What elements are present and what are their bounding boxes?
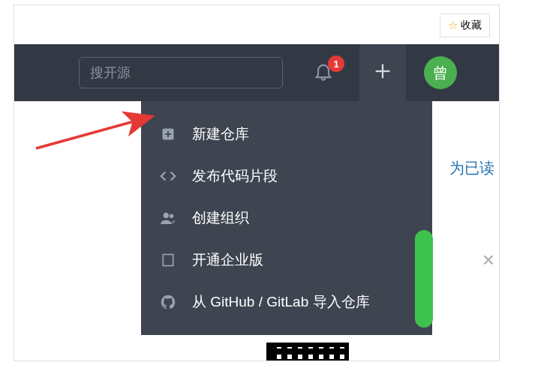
svg-rect-7 xyxy=(163,255,173,266)
menu-item-label: 新建仓库 xyxy=(192,124,249,144)
menu-item-new-repo[interactable]: 新建仓库 xyxy=(141,113,432,155)
add-button[interactable] xyxy=(359,44,406,101)
app-frame: 1 曾 新建仓库 发布代码片段 xyxy=(14,4,500,361)
add-dropdown-menu: 新建仓库 发布代码片段 创建组织 开通企业版 从 GitHub / GitLab… xyxy=(141,101,432,335)
promo-shape xyxy=(415,230,433,328)
qr-code xyxy=(266,343,349,361)
menu-item-snippet[interactable]: 发布代码片段 xyxy=(141,155,432,197)
svg-point-5 xyxy=(164,213,169,218)
avatar[interactable]: 曾 xyxy=(424,56,457,89)
close-icon[interactable]: × xyxy=(482,248,494,272)
menu-item-label: 从 GitHub / GitLab 导入仓库 xyxy=(192,292,370,312)
bookmark-label: 收藏 xyxy=(461,19,482,32)
notification-badge: 1 xyxy=(328,55,344,72)
new-repo-icon xyxy=(159,127,177,142)
users-icon xyxy=(159,211,177,225)
menu-item-label: 发布代码片段 xyxy=(192,166,278,186)
bookmark-button[interactable]: ☆ 收藏 xyxy=(440,13,490,37)
menu-item-label: 开通企业版 xyxy=(192,250,263,270)
avatar-letter: 曾 xyxy=(433,63,448,83)
bell-icon xyxy=(313,72,334,85)
github-icon xyxy=(159,294,177,310)
svg-rect-4 xyxy=(165,133,171,135)
code-icon xyxy=(159,168,177,184)
star-icon: ☆ xyxy=(448,19,458,32)
menu-item-import[interactable]: 从 GitHub / GitLab 导入仓库 xyxy=(141,281,432,323)
menu-item-label: 创建组织 xyxy=(192,208,249,228)
search-input[interactable] xyxy=(79,57,283,88)
building-icon xyxy=(159,253,177,268)
svg-point-6 xyxy=(170,214,173,218)
header-bar: 1 曾 xyxy=(14,44,499,101)
menu-item-create-org[interactable]: 创建组织 xyxy=(141,197,432,239)
mark-read-link[interactable]: 为已读 xyxy=(449,158,494,178)
menu-item-enterprise[interactable]: 开通企业版 xyxy=(141,239,432,281)
notifications-button[interactable]: 1 xyxy=(313,60,338,85)
plus-icon xyxy=(372,61,393,85)
